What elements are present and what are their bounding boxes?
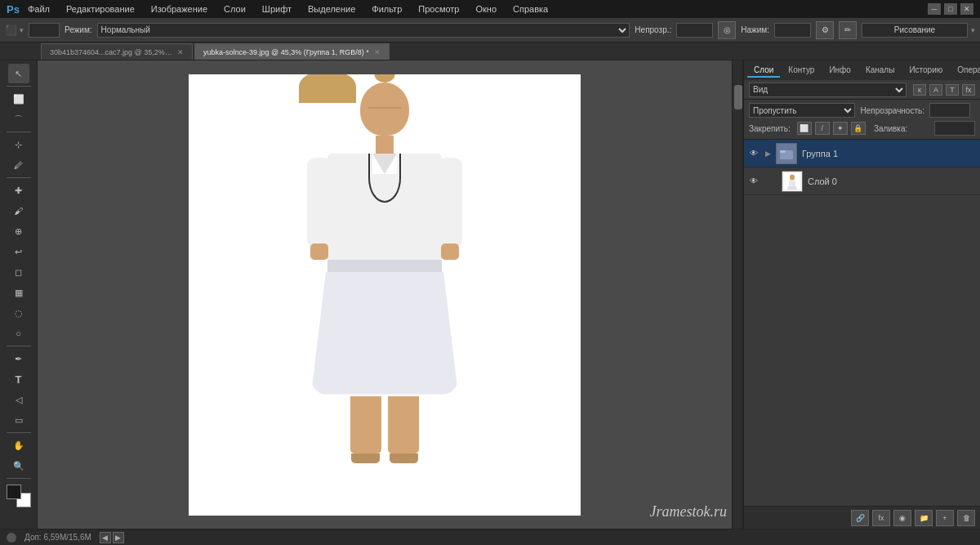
figure-neck bbox=[376, 136, 394, 154]
shape-tool[interactable]: ▭ bbox=[8, 410, 29, 430]
maximize-button[interactable]: □ bbox=[944, 3, 957, 15]
lasso-tool[interactable]: ⌒ bbox=[8, 109, 29, 129]
canvas-area[interactable] bbox=[38, 60, 732, 529]
figure-body-top bbox=[327, 154, 442, 260]
tab-bar: 30b41b374604...cac7.jpg @ 35,2% (RGB/8) … bbox=[0, 42, 980, 60]
tab-actions[interactable]: Операци bbox=[951, 64, 980, 78]
figure-skirt bbox=[311, 272, 458, 395]
minimize-button[interactable]: ─ bbox=[928, 3, 941, 15]
delete-layer-btn[interactable]: 🗑 bbox=[957, 510, 975, 526]
color-swatches[interactable] bbox=[7, 485, 31, 507]
brush-tool[interactable]: 🖌 bbox=[8, 201, 29, 221]
menu-edit[interactable]: Редактирование bbox=[63, 2, 138, 16]
menu-select[interactable]: Выделение bbox=[305, 2, 359, 16]
visibility-toggle[interactable]: 👁 bbox=[747, 175, 760, 188]
menu-file[interactable]: Файл bbox=[24, 2, 53, 16]
move-tool[interactable]: ↖ bbox=[8, 64, 29, 83]
nav-next[interactable]: ▶ bbox=[113, 532, 124, 543]
foreground-color[interactable] bbox=[7, 485, 21, 499]
brush-type: ⬛ ▾ bbox=[5, 25, 24, 36]
heal-tool[interactable]: ✚ bbox=[8, 181, 29, 200]
figure-foot-left bbox=[351, 453, 380, 463]
tablet-icon[interactable]: ✏ bbox=[839, 21, 857, 39]
opacity-value[interactable]: 100% bbox=[929, 103, 970, 118]
opacity-input[interactable]: 100% bbox=[676, 23, 713, 38]
mode-label: Режим: bbox=[65, 25, 92, 34]
eraser-tool[interactable]: ◻ bbox=[8, 262, 29, 282]
lock-transparency[interactable]: ⬜ bbox=[797, 122, 812, 135]
tab1-close[interactable]: ✕ bbox=[177, 48, 184, 56]
layer-blend-select[interactable]: Пропустить bbox=[749, 103, 855, 118]
riso-input[interactable] bbox=[862, 23, 968, 38]
fill-value[interactable]: 100% bbox=[934, 121, 975, 136]
eyedropper-tool[interactable]: 🖉 bbox=[8, 155, 29, 175]
brush-size-control[interactable]: 125 bbox=[29, 23, 60, 38]
menu-help[interactable]: Справка bbox=[510, 2, 551, 16]
text-tool[interactable]: T bbox=[8, 369, 29, 389]
pressure-input[interactable]: 100% bbox=[774, 23, 811, 38]
tab-layers[interactable]: Слои bbox=[747, 64, 780, 78]
pressure-label: Нажим: bbox=[741, 25, 769, 34]
visibility-toggle[interactable]: 👁 bbox=[747, 147, 760, 160]
brush-size-input[interactable]: 125 bbox=[29, 23, 60, 38]
tab-file2[interactable]: yubka-solnce-39.jpg @ 45,3% (Группа 1, R… bbox=[194, 43, 390, 60]
layer-icon-fx[interactable]: fx bbox=[962, 84, 975, 96]
tab-history[interactable]: Историю bbox=[902, 64, 949, 78]
figure-hair bbox=[299, 74, 356, 103]
menu-layers[interactable]: Слои bbox=[220, 2, 249, 16]
menu-image[interactable]: Изображение bbox=[148, 2, 211, 16]
figure-hand-right bbox=[441, 243, 459, 260]
tab-paths[interactable]: Контур bbox=[782, 64, 821, 78]
menu-filter[interactable]: Фильтр bbox=[368, 2, 405, 16]
add-style-btn[interactable]: fx bbox=[872, 510, 890, 526]
gradient-tool[interactable]: ▦ bbox=[8, 283, 29, 302]
close-button[interactable]: ✕ bbox=[960, 3, 973, 15]
path-tool[interactable]: ◁ bbox=[8, 390, 29, 409]
scroll-thumb[interactable] bbox=[734, 85, 742, 109]
opacity-label: Непрозр.: bbox=[635, 25, 671, 34]
lock-position[interactable]: ✦ bbox=[833, 122, 848, 135]
add-mask-btn[interactable]: ◉ bbox=[893, 510, 911, 526]
nav-prev[interactable]: ◀ bbox=[100, 532, 111, 543]
tab2-close[interactable]: ✕ bbox=[374, 48, 381, 56]
airbrush-toggle[interactable]: ◎ bbox=[718, 21, 736, 39]
status-indicator[interactable] bbox=[7, 533, 16, 543]
zoom-tool[interactable]: 🔍 bbox=[8, 456, 29, 476]
expand-arrow[interactable]: ▶ bbox=[765, 150, 771, 158]
dodge-tool[interactable]: ○ bbox=[8, 324, 29, 343]
tab-channels[interactable]: Каналы bbox=[859, 64, 902, 78]
figure bbox=[303, 83, 466, 499]
layer-item[interactable]: 👁 ▶ Группа 1 bbox=[744, 140, 980, 168]
lock-all[interactable]: 🔒 bbox=[851, 122, 866, 135]
menu-view[interactable]: Просмотр bbox=[415, 2, 462, 16]
history-brush[interactable]: ↩ bbox=[8, 242, 29, 261]
lock-row: Закрепить: ⬜ / ✦ 🔒 Заливка: 100% bbox=[749, 121, 975, 136]
blend-mode-select[interactable]: Нормальный bbox=[97, 23, 630, 38]
title-bar: Ps Файл Редактирование Изображение Слои … bbox=[0, 0, 980, 18]
pen-tool[interactable]: ✒ bbox=[8, 349, 29, 369]
layer-icon-k[interactable]: к bbox=[913, 84, 926, 96]
new-group-btn[interactable]: 📁 bbox=[915, 510, 933, 526]
layer-icon-t[interactable]: T bbox=[946, 84, 959, 96]
flow-icon[interactable]: ⚙ bbox=[816, 21, 834, 39]
figure-hand-left bbox=[310, 243, 328, 260]
menu-font[interactable]: Шрифт bbox=[259, 2, 295, 16]
view-select[interactable]: Вид bbox=[749, 83, 906, 97]
layer-item[interactable]: 👁 Слой 0 bbox=[744, 168, 980, 195]
marquee-tool[interactable]: ⬜ bbox=[8, 89, 29, 109]
layer-icon-a[interactable]: A bbox=[929, 84, 942, 96]
figure-waist bbox=[327, 260, 442, 272]
link-layers-btn[interactable]: 🔗 bbox=[851, 510, 869, 526]
hand-tool[interactable]: ✋ bbox=[8, 436, 29, 455]
crop-tool[interactable]: ⊹ bbox=[8, 135, 29, 154]
lock-paint[interactable]: / bbox=[815, 122, 830, 135]
tab-info[interactable]: Инфо bbox=[822, 64, 858, 78]
svg-rect-4 bbox=[789, 180, 795, 186]
tab-file1[interactable]: 30b41b374604...cac7.jpg @ 35,2% (RGB/8) … bbox=[41, 43, 193, 60]
mid-scrollbar[interactable] bbox=[732, 60, 743, 529]
new-layer-btn[interactable]: + bbox=[936, 510, 954, 526]
menu-window[interactable]: Окно bbox=[473, 2, 501, 16]
clone-tool[interactable]: ⊕ bbox=[8, 221, 29, 241]
blur-tool[interactable]: ◌ bbox=[8, 303, 29, 323]
layer-controls: Пропустить Непрозрачность: 100% Закрепит… bbox=[744, 100, 980, 140]
